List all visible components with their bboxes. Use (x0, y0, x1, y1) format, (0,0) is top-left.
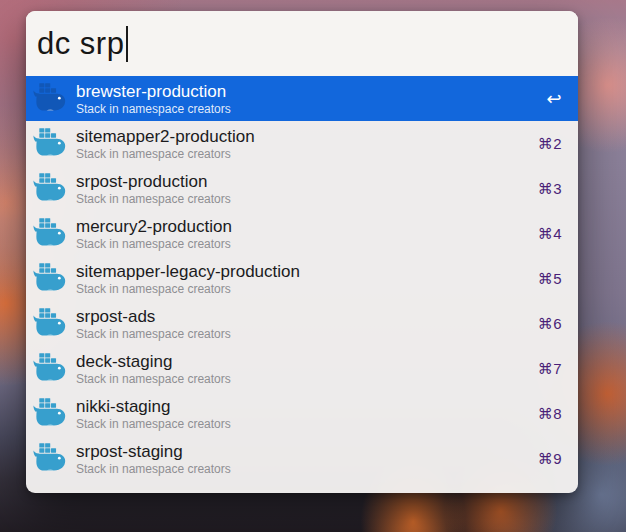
result-shortcut: ⌘6 (538, 315, 562, 333)
result-text-block: sitemapper2-production Stack in namespac… (76, 127, 255, 161)
launcher-window: dc srp brewster-production (26, 11, 578, 493)
result-shortcut: ⌘3 (538, 180, 562, 198)
result-row[interactable]: srpost-staging Stack in namespace creato… (26, 436, 578, 481)
result-text-block: srpost-production Stack in namespace cre… (76, 172, 231, 206)
docker-whale-icon (31, 80, 68, 117)
result-text-block: deck-staging Stack in namespace creators (76, 352, 231, 386)
result-title: deck-staging (76, 352, 231, 372)
result-row[interactable]: mercury2-production Stack in namespace c… (26, 211, 578, 256)
result-subtitle: Stack in namespace creators (76, 192, 231, 206)
result-text-block: srpost-staging Stack in namespace creato… (76, 442, 231, 476)
result-title: sitemapper2-production (76, 127, 255, 147)
docker-whale-icon (31, 215, 68, 252)
docker-whale-icon (31, 170, 68, 207)
result-text-block: sitemapper-legacy-production Stack in na… (76, 262, 300, 296)
result-title: brewster-production (76, 82, 231, 102)
result-title: srpost-production (76, 172, 231, 192)
docker-whale-icon (31, 440, 68, 477)
result-subtitle: Stack in namespace creators (76, 282, 300, 296)
result-shortcut: ⌘2 (538, 135, 562, 153)
result-title: nikki-staging (76, 397, 231, 417)
result-shortcut: ⌘7 (538, 360, 562, 378)
result-shortcut: ⌘5 (538, 270, 562, 288)
docker-whale-icon (31, 395, 68, 432)
docker-whale-icon (31, 350, 68, 387)
result-text-block: brewster-production Stack in namespace c… (76, 82, 231, 116)
result-subtitle: Stack in namespace creators (76, 237, 232, 251)
result-row[interactable]: deck-staging Stack in namespace creators… (26, 346, 578, 391)
search-input[interactable]: dc srp (26, 11, 578, 76)
docker-whale-icon (31, 305, 68, 342)
docker-whale-icon (31, 260, 68, 297)
result-subtitle: Stack in namespace creators (76, 102, 231, 116)
result-title: sitemapper-legacy-production (76, 262, 300, 282)
result-shortcut: ⌘4 (538, 225, 562, 243)
result-text-block: nikki-staging Stack in namespace creator… (76, 397, 231, 431)
result-title: srpost-ads (76, 307, 231, 327)
result-row[interactable]: sitemapper2-production Stack in namespac… (26, 121, 578, 166)
result-subtitle: Stack in namespace creators (76, 417, 231, 431)
text-caret (126, 26, 128, 62)
result-shortcut: ⌘9 (538, 450, 562, 468)
results-list: brewster-production Stack in namespace c… (26, 76, 578, 481)
result-row[interactable]: nikki-staging Stack in namespace creator… (26, 391, 578, 436)
result-title: mercury2-production (76, 217, 232, 237)
result-row[interactable]: sitemapper-legacy-production Stack in na… (26, 256, 578, 301)
result-text-block: srpost-ads Stack in namespace creators (76, 307, 231, 341)
result-text-block: mercury2-production Stack in namespace c… (76, 217, 232, 251)
return-arrow-icon: ↩ (546, 88, 562, 110)
result-row[interactable]: srpost-ads Stack in namespace creators ⌘… (26, 301, 578, 346)
result-subtitle: Stack in namespace creators (76, 147, 255, 161)
result-row[interactable]: srpost-production Stack in namespace cre… (26, 166, 578, 211)
docker-whale-icon (31, 125, 68, 162)
result-title: srpost-staging (76, 442, 231, 462)
result-subtitle: Stack in namespace creators (76, 462, 231, 476)
result-subtitle: Stack in namespace creators (76, 327, 231, 341)
result-shortcut: ⌘8 (538, 405, 562, 423)
result-subtitle: Stack in namespace creators (76, 372, 231, 386)
result-row[interactable]: brewster-production Stack in namespace c… (26, 76, 578, 121)
search-query-text: dc srp (37, 26, 124, 62)
